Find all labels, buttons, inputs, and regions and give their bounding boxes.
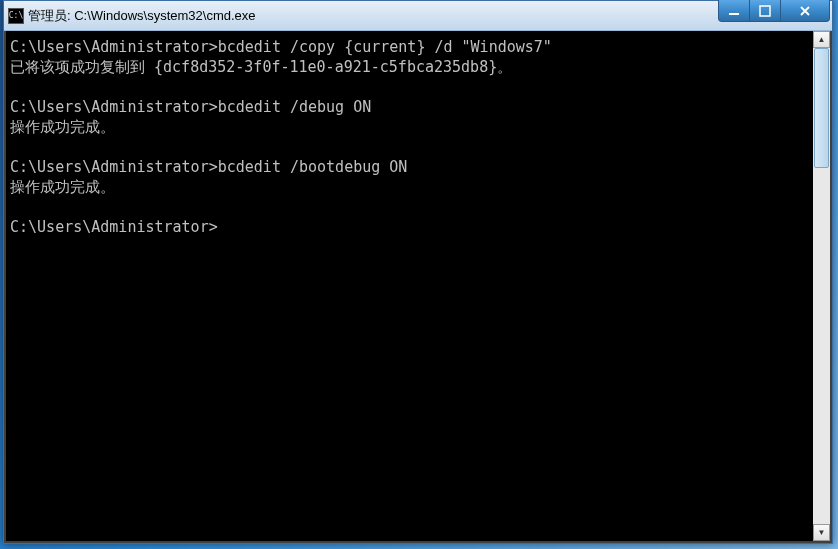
maximize-button[interactable] — [749, 0, 781, 22]
svg-rect-0 — [729, 13, 739, 15]
minimize-button[interactable] — [718, 0, 750, 22]
terminal-line — [10, 137, 809, 157]
close-button[interactable] — [780, 0, 830, 22]
cmd-window: C:\ 管理员: C:\Windows\system32\cmd.exe C:\… — [3, 0, 833, 544]
scroll-track[interactable] — [813, 48, 830, 524]
titlebar[interactable]: C:\ 管理员: C:\Windows\system32\cmd.exe — [4, 1, 832, 31]
scroll-down-button[interactable]: ▼ — [813, 524, 830, 541]
terminal-line: 已将该项成功复制到 {dcf8d352-3f0f-11e0-a921-c5fbc… — [10, 57, 809, 77]
terminal-line: C:\Users\Administrator>bcdedit /copy {cu… — [10, 37, 809, 57]
terminal-line: 操作成功完成。 — [10, 177, 809, 197]
scroll-up-button[interactable]: ▲ — [813, 31, 830, 48]
scroll-thumb[interactable] — [814, 48, 829, 168]
terminal-output[interactable]: C:\Users\Administrator>bcdedit /copy {cu… — [6, 31, 813, 541]
terminal-line — [10, 197, 809, 217]
app-icon: C:\ — [8, 8, 24, 24]
terminal-line: C:\Users\Administrator>bcdedit /bootdebu… — [10, 157, 809, 177]
svg-rect-1 — [760, 6, 770, 16]
terminal-line: 操作成功完成。 — [10, 117, 809, 137]
scrollbar: ▲ ▼ — [813, 31, 830, 541]
terminal-line: C:\Users\Administrator>bcdedit /debug ON — [10, 97, 809, 117]
window-controls — [719, 0, 830, 22]
window-title: 管理员: C:\Windows\system32\cmd.exe — [28, 7, 719, 25]
terminal-line: C:\Users\Administrator> — [10, 217, 809, 237]
terminal-line — [10, 77, 809, 97]
terminal-container: C:\Users\Administrator>bcdedit /copy {cu… — [4, 31, 832, 543]
